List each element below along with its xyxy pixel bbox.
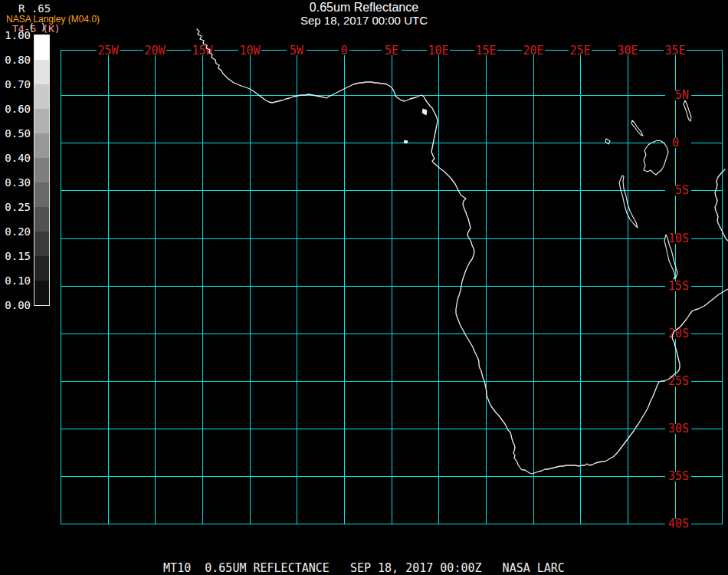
svg-text:20W: 20W [144, 44, 166, 58]
svg-text:35S: 35S [668, 469, 689, 483]
africa-coastline [197, 29, 728, 474]
svg-text:10E: 10E [428, 44, 448, 58]
lon-labels: 25W 20W 15W 10W 5W 0 5E 10E 15E 20E 25E … [97, 44, 687, 58]
lon-label: 5W [287, 44, 307, 58]
svg-text:15E: 15E [475, 44, 496, 58]
svg-text:10S: 10S [668, 232, 689, 245]
lon-label: 10W [238, 44, 261, 58]
lon-label: 25W [97, 44, 120, 58]
island-bioko [422, 109, 427, 115]
lat-label: 15S [665, 279, 691, 293]
coastlines [197, 29, 728, 474]
lat-label: 30S [665, 422, 691, 435]
svg-text:0: 0 [672, 136, 679, 150]
lat-label: 5S [665, 183, 691, 197]
svg-text:10W: 10W [239, 44, 261, 58]
lat-lon-grid [61, 50, 722, 524]
svg-text:30S: 30S [668, 422, 689, 435]
lon-label: 10E [427, 44, 450, 58]
lat-label: 25S [665, 374, 691, 388]
footer-caption: MT10 0.65UM REFLECTANCE SEP 18, 2017 00:… [0, 563, 728, 574]
island-sao-tome [404, 140, 408, 143]
lat-label: 0 [665, 136, 691, 150]
lake-albert [631, 120, 643, 136]
svg-text:5N: 5N [675, 88, 689, 102]
map-canvas: 25W 20W 15W 10W 5W 0 5E 10E 15E 20E 25E … [0, 0, 728, 575]
svg-text:25E: 25E [569, 44, 590, 58]
lake-tanganyika [619, 176, 638, 228]
lon-label: 25E [569, 44, 592, 58]
lon-label: 30E [616, 44, 639, 58]
lat-label: 5N [665, 88, 691, 102]
lon-label: 5E [382, 44, 402, 58]
svg-text:15S: 15S [668, 279, 689, 293]
lon-label: 0 [339, 44, 349, 58]
lat-label: 35S [665, 469, 691, 483]
svg-text:5S: 5S [675, 183, 689, 197]
lat-label: 40S [665, 517, 691, 531]
svg-text:0: 0 [340, 44, 347, 58]
lake-victoria [644, 140, 668, 175]
svg-text:30E: 30E [617, 44, 638, 58]
lon-label: 20E [522, 44, 545, 58]
svg-text:40S: 40S [668, 517, 689, 531]
svg-text:25S: 25S [668, 374, 689, 388]
svg-text:25W: 25W [97, 44, 119, 58]
lat-labels: 5N 0 5S 10S 15S 20S 25S 30S 35S 40S [665, 88, 691, 531]
lon-label: 15E [474, 44, 497, 58]
svg-text:35E: 35E [664, 44, 685, 58]
svg-text:5E: 5E [385, 44, 398, 58]
lon-label: 15W [191, 44, 214, 58]
svg-text:5W: 5W [290, 44, 304, 58]
lon-label: 20W [143, 44, 166, 58]
lon-label: 35E [664, 44, 687, 58]
svg-text:20E: 20E [523, 44, 543, 58]
lake-turkana [684, 100, 691, 121]
islands [404, 109, 427, 143]
satellite-image-viewer: R .65 NASA Langley (M04.0) ( ) T4-5 (K) … [0, 0, 728, 575]
lake-edward [605, 139, 610, 144]
